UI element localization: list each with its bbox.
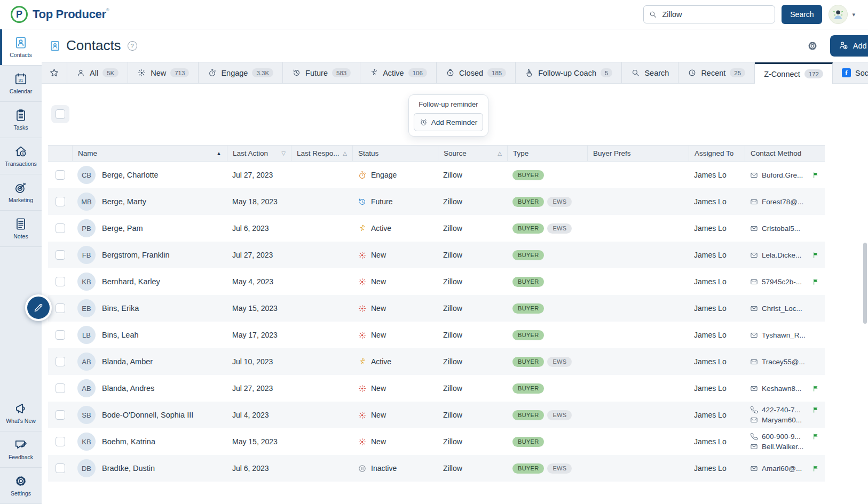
tab-active[interactable]: Active106 [360,62,437,83]
table-row[interactable]: KBBernhard, KarleyMay 4, 2023NewZillowBU… [48,268,825,295]
add-reminder-button[interactable]: Add Reminder [414,113,483,131]
select-all-checkbox[interactable] [56,109,65,119]
contact-name[interactable]: Berge, Pam [102,224,143,233]
contact-method-cell: Christ_Loc... [745,301,825,316]
contact-method-line[interactable]: 422-740-7... [750,406,819,414]
table-row[interactable]: KBBoehm, KatrinaMay 15, 2023NewZillowBUY… [48,428,825,455]
user-avatar[interactable] [828,5,848,24]
contact-method-line[interactable]: Cristobal5... [750,225,819,233]
type-badge-ews: EWS [547,463,572,474]
contact-name[interactable]: Bins, Erika [102,304,139,313]
column-header-status[interactable]: Status [352,146,438,161]
row-checkbox[interactable] [56,330,65,340]
sidebar-item-tasks[interactable]: Tasks [0,102,42,138]
contact-method-line[interactable]: Buford.Gre... [750,171,819,179]
edit-fab-button[interactable] [25,294,52,321]
contact-name[interactable]: Bradtke, Dustin [102,464,155,473]
table-row[interactable]: EBBins, ErikaMay 15, 2023NewZillowBUYERJ… [48,295,825,322]
sidebar-item-transactions[interactable]: $Transactions [0,138,42,174]
sidebar-item-what-s-new[interactable]: What's New [0,395,42,431]
contact-name[interactable]: Berge, Marty [102,197,146,206]
tab-future[interactable]: Future583 [283,62,360,83]
contact-method-line[interactable]: 57945c2b-... [750,278,819,286]
contact-method-line[interactable]: Tyshawn_R... [750,331,819,339]
user-menu-caret-icon[interactable]: ▾ [852,11,855,18]
contact-method-line[interactable]: Keshawn8... [750,385,819,393]
contact-method-line[interactable]: Lela.Dicke... [750,251,819,259]
row-checkbox[interactable] [56,250,65,260]
contact-method-line[interactable]: Christ_Loc... [750,305,819,313]
column-header-assigned-to[interactable]: Assigned To [689,146,745,161]
sidebar-item-feedback[interactable]: Feedback [0,431,42,468]
table-row[interactable]: LBBins, LeahMay 17, 2023NewZillowBUYERJa… [48,322,825,348]
contact-method-line[interactable]: Forest78@... [750,198,819,206]
column-header-name[interactable]: Name▲ [72,146,227,161]
tab-all[interactable]: All5K [67,62,128,83]
contact-name[interactable]: Bins, Leah [102,331,139,339]
table-row[interactable]: CBBerge, CharlotteJul 27, 2023EngageZill… [48,162,825,188]
column-header-source[interactable]: Source△ [438,146,507,161]
table-row[interactable]: FBBergstrom, FranklinJul 27, 2023NewZill… [48,242,825,268]
contact-name[interactable]: Blanda, Andres [102,384,154,393]
brand-logo[interactable]: P Top Producer® [11,6,109,23]
column-header-type[interactable]: Type [507,146,587,161]
sort-icon[interactable]: △ [340,150,347,156]
status-cell: New [352,411,438,420]
row-checkbox[interactable] [56,303,65,313]
contact-name[interactable]: Bernhard, Karley [102,277,160,286]
tab-recent[interactable]: Recent25 [678,62,755,83]
row-checkbox[interactable] [56,437,65,446]
sidebar-item-notes[interactable]: Notes [0,211,42,247]
help-icon[interactable]: ? [128,41,137,51]
contact-method-line[interactable]: Tracey55@... [750,358,819,366]
table-row[interactable]: PBBerge, PamJul 6, 2023ActiveZillowBUYER… [48,215,825,242]
row-checkbox[interactable] [56,383,65,393]
contact-method-line[interactable]: 600-900-9... [750,433,819,441]
sort-icon[interactable]: ▲ [213,150,222,156]
vertical-scrollbar-thumb[interactable] [863,243,867,324]
contact-name[interactable]: Berge, Charlotte [102,171,159,179]
sort-icon[interactable]: ▽ [278,150,286,156]
sort-icon[interactable]: △ [494,150,502,156]
row-checkbox[interactable] [56,197,65,206]
contact-name[interactable]: Boehm, Katrina [102,437,155,446]
tab-engage[interactable]: Engage3.3K [199,62,283,83]
row-checkbox[interactable] [56,463,65,473]
contact-name[interactable]: Bergstrom, Franklin [102,251,170,259]
column-header-last-respo-[interactable]: Last Respo...△ [291,146,352,161]
search-button[interactable]: Search [782,5,822,24]
row-checkbox[interactable] [56,170,65,180]
table-row[interactable]: ABBlanda, AndresJul 27, 2023NewZillowBUY… [48,375,825,402]
sidebar-item-contacts[interactable]: Contacts [0,29,42,66]
row-checkbox[interactable] [56,223,65,233]
tab-star[interactable] [42,62,67,83]
column-header-contact-method[interactable]: Contact Method [745,146,825,161]
tab-new[interactable]: New713 [128,62,199,83]
column-header-last-action[interactable]: Last Action▽ [227,146,291,161]
row-checkbox[interactable] [56,410,65,420]
row-checkbox[interactable] [56,357,65,366]
sidebar-item-settings[interactable]: Settings [0,468,42,504]
contact-name[interactable]: Bode-O'Donnell, Sophia III [102,411,193,419]
contact-method-line[interactable]: Amari60@... [750,465,819,473]
gear-icon[interactable] [807,40,818,52]
contact-name[interactable]: Blanda, Amber [102,357,153,366]
column-header-buyer-prefs[interactable]: Buyer Prefs [587,146,689,161]
table-row[interactable]: MBBerge, MartyMay 18, 2023FutureZillowBU… [48,188,825,215]
table-row[interactable]: SBBode-O'Donnell, Sophia IIIJul 4, 2023N… [48,402,825,428]
tab-z-connect[interactable]: Z-Connect172 [755,62,833,84]
contact-method-line[interactable]: Maryam60... [750,416,819,424]
tab-search[interactable]: Search [622,62,678,83]
tab-social-connect[interactable]: fSocial Connect [833,62,868,83]
search-input[interactable] [643,5,775,23]
row-checkbox[interactable] [56,277,65,286]
table-row[interactable]: DBBradtke, DustinJul 6, 2023InactiveZill… [48,455,825,482]
sidebar-item-calendar[interactable]: 31Calendar [0,66,42,102]
contact-method-line[interactable]: Bell.Walker... [750,443,819,451]
sidebar-item-marketing[interactable]: Marketing [0,174,42,211]
add-contact-button[interactable]: Add Contact [830,35,868,57]
tab-closed[interactable]: $Closed185 [437,62,516,83]
table-row[interactable]: ABBlanda, AmberJul 10, 2023ActiveZillowB… [48,348,825,375]
tab-follow-up-coach[interactable]: Follow-up Coach5 [516,62,622,83]
type-badge-buyer: BUYER [512,197,544,207]
